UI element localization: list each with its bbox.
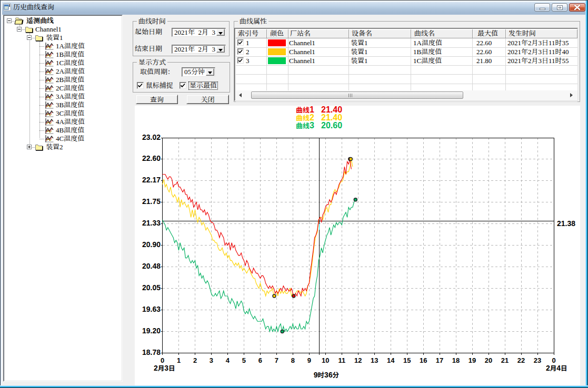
svg-text:15: 15 [403,356,411,364]
svg-text:23.02: 23.02 [142,133,161,141]
svg-text:22.60: 22.60 [142,154,161,162]
svg-text:5: 5 [242,356,246,364]
svg-text:0: 0 [161,356,164,364]
svg-text:3: 3 [210,356,213,364]
svg-text:曲线3: 曲线3 [296,121,314,130]
svg-text:12: 12 [354,356,362,364]
svg-text:14: 14 [387,356,395,364]
svg-text:7: 7 [275,356,278,364]
svg-text:20.90: 20.90 [142,240,161,249]
svg-text:16: 16 [420,356,427,364]
svg-text:19: 19 [469,356,476,364]
svg-text:20.60: 20.60 [321,121,342,130]
svg-text:20.48: 20.48 [142,262,161,270]
svg-text:19.63: 19.63 [142,305,161,313]
svg-text:23: 23 [534,356,541,364]
svg-text:9: 9 [307,356,311,364]
svg-text:21.33: 21.33 [142,219,161,227]
svg-text:13: 13 [371,356,378,364]
svg-text:22: 22 [517,356,525,364]
svg-text:0: 0 [552,356,555,364]
svg-text:8: 8 [291,356,295,364]
svg-text:1: 1 [177,356,181,364]
svg-text:4: 4 [226,356,230,364]
svg-text:19.20: 19.20 [142,326,161,335]
svg-text:21.75: 21.75 [142,197,161,206]
svg-text:22.17: 22.17 [142,176,161,184]
svg-text:9时36分: 9时36分 [314,371,339,379]
svg-text:18.78: 18.78 [142,348,161,356]
svg-text:20.05: 20.05 [142,283,161,292]
svg-text:21: 21 [501,356,509,364]
svg-text:17: 17 [436,356,443,364]
svg-text:21.38: 21.38 [557,219,575,228]
svg-text:6: 6 [258,356,262,364]
svg-text:2月3日: 2月3日 [154,364,175,372]
svg-text:10: 10 [322,356,329,364]
svg-text:2月4日: 2月4日 [546,364,567,372]
svg-text:18: 18 [452,356,460,364]
svg-text:20: 20 [485,356,492,364]
svg-text:2: 2 [193,356,197,364]
svg-text:11: 11 [338,356,345,364]
